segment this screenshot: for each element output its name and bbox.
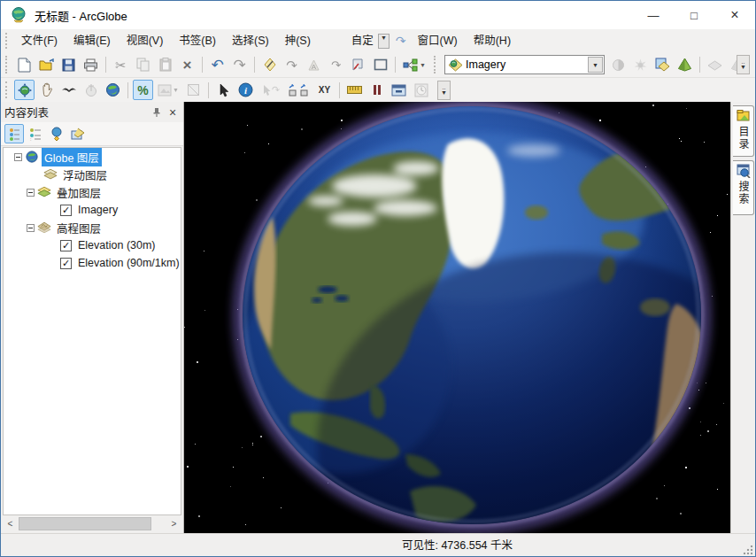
- navigate-tool-button[interactable]: [14, 80, 35, 100]
- scroll-left-arrow[interactable]: <: [3, 516, 18, 531]
- sketch-tool-button[interactable]: [259, 55, 280, 75]
- layer-label-draped[interactable]: 叠加图层: [54, 183, 104, 202]
- select-elements-button[interactable]: ↷: [258, 80, 284, 100]
- titlebar[interactable]: 无标题 - ArcGlobe — □ ×: [1, 1, 755, 29]
- view-settings-button[interactable]: ▼: [155, 80, 181, 100]
- full-extent-button[interactable]: [103, 80, 123, 100]
- layer-combobox-arrow[interactable]: ▼: [588, 57, 603, 73]
- layer-label-globe[interactable]: Globe 图层: [42, 148, 102, 166]
- base-heights-button[interactable]: [675, 55, 695, 75]
- navigation-toolbar-grip[interactable]: [5, 81, 10, 98]
- delete-button[interactable]: ×: [177, 55, 197, 75]
- minimize-button[interactable]: —: [633, 1, 674, 29]
- standard-toolbar-grip[interactable]: [5, 56, 10, 73]
- xy-icon: XY: [319, 85, 330, 95]
- cut-button[interactable]: ✂: [111, 55, 131, 75]
- walkthrough-button[interactable]: [348, 55, 368, 75]
- tree-row-elevation-30m[interactable]: ✓ Elevation (30m): [4, 236, 181, 254]
- layer-label-elevation-group[interactable]: 高程图层: [54, 219, 104, 237]
- animation-pause-button[interactable]: [366, 80, 387, 100]
- new-document-icon: [18, 58, 31, 73]
- catalog-tab[interactable]: 目录: [733, 105, 754, 157]
- globe-toolbar-grip[interactable]: [434, 56, 438, 73]
- imagery-checkbox[interactable]: ✓: [60, 205, 72, 216]
- swipe-layer-button[interactable]: [652, 55, 673, 75]
- list-by-selection-button[interactable]: [68, 124, 88, 143]
- flat-surface-button[interactable]: [705, 55, 725, 75]
- menu-file[interactable]: 文件(F): [13, 29, 66, 52]
- elevation-90m-checkbox[interactable]: ✓: [60, 258, 72, 269]
- tree-row-elevation-layers[interactable]: 高程图层: [4, 219, 181, 236]
- center-target-button[interactable]: [81, 80, 101, 100]
- scroll-right-arrow[interactable]: >: [166, 516, 181, 531]
- open-button[interactable]: [36, 55, 57, 75]
- menu-view[interactable]: 视图(V): [119, 29, 172, 52]
- label-tool-button[interactable]: A: [304, 55, 324, 75]
- globe-viewport[interactable]: [184, 102, 732, 533]
- menu-edit[interactable]: 编辑(E): [66, 29, 119, 52]
- nav-toolbar-overflow-button[interactable]: .. ▼: [437, 81, 451, 100]
- rotate-tool-button[interactable]: ↷: [282, 55, 302, 75]
- tree-row-globe-layers[interactable]: Globe 图层: [4, 148, 181, 166]
- contrast-button[interactable]: [608, 55, 629, 75]
- print-button[interactable]: [81, 55, 101, 75]
- new-document-button[interactable]: [14, 55, 35, 75]
- pan-tool-button[interactable]: [36, 80, 57, 100]
- menu-bookmarks[interactable]: 书签(B): [171, 29, 224, 52]
- select-features-button[interactable]: [213, 80, 234, 100]
- menu-customize[interactable]: 自定: [343, 29, 375, 52]
- layer-label-elevation-30m[interactable]: Elevation (30m): [75, 238, 158, 252]
- measure-button[interactable]: [344, 80, 365, 100]
- menu-window[interactable]: 窗口(W): [410, 29, 466, 52]
- elevation-30m-checkbox[interactable]: ✓: [60, 240, 72, 251]
- tree-row-floating-layers[interactable]: 浮动图层: [4, 166, 181, 183]
- menu-geoprocessing[interactable]: 抻(S): [277, 29, 319, 52]
- undo-button[interactable]: ↶: [207, 55, 228, 75]
- identify-button[interactable]: i: [235, 80, 256, 100]
- list-by-drawing-order-button[interactable]: [4, 124, 24, 143]
- rectangle-tool-button[interactable]: [370, 55, 390, 75]
- copy-button[interactable]: [133, 55, 153, 75]
- paste-button[interactable]: [155, 55, 175, 75]
- collapse-expander[interactable]: [27, 189, 35, 197]
- collapse-expander[interactable]: [27, 224, 35, 232]
- brightness-button[interactable]: [630, 55, 651, 75]
- menu-overflow-spinner[interactable]: ▼: [378, 34, 390, 49]
- layer-label-floating[interactable]: 浮动图层: [60, 166, 110, 184]
- tree-row-imagery[interactable]: ✓ Imagery: [4, 201, 181, 219]
- menubar-grip[interactable]: [5, 33, 10, 49]
- maximize-button[interactable]: □: [674, 1, 714, 29]
- arcglobe-app-icon: [10, 6, 27, 24]
- paste-clipboard-icon: [159, 58, 172, 72]
- pin-button[interactable]: [150, 105, 164, 120]
- zoom-to-target-button[interactable]: [286, 80, 312, 100]
- toc-close-button[interactable]: ×: [166, 105, 180, 120]
- nav-mode-button[interactable]: %: [133, 80, 153, 100]
- redo-button[interactable]: ↷: [229, 55, 250, 75]
- goto-xy-button[interactable]: XY: [314, 80, 335, 100]
- tree-row-draped-layers[interactable]: 叠加图层: [4, 183, 181, 201]
- time-slider-button[interactable]: [411, 80, 431, 100]
- viewer-window-button[interactable]: [389, 80, 409, 100]
- modelbuilder-dropdown-arrow[interactable]: ▼: [420, 62, 426, 68]
- search-tab[interactable]: 搜索: [733, 160, 754, 215]
- collapse-expander[interactable]: [14, 153, 22, 161]
- fly-tool-button[interactable]: [58, 80, 79, 100]
- scroll-thumb[interactable]: [19, 517, 151, 530]
- viewport-frame-button[interactable]: [183, 80, 204, 100]
- list-by-source-button[interactable]: :: [26, 124, 45, 143]
- layer-combobox[interactable]: Imagery ▼: [444, 55, 605, 74]
- modelbuilder-button[interactable]: ▼: [400, 55, 428, 75]
- resize-grip[interactable]: [742, 544, 753, 555]
- close-button[interactable]: ×: [714, 1, 755, 29]
- toolbar-overflow-button[interactable]: .. ▼: [737, 55, 750, 74]
- save-button[interactable]: [58, 55, 79, 75]
- layer-label-imagery[interactable]: Imagery: [75, 203, 120, 217]
- menu-help[interactable]: 帮助(H): [466, 29, 519, 52]
- toc-horizontal-scrollbar[interactable]: < >: [3, 516, 181, 531]
- list-by-visibility-button[interactable]: [47, 124, 66, 143]
- layer-label-elevation-90m[interactable]: Elevation (90m/1km): [75, 256, 181, 270]
- tree-row-elevation-90m[interactable]: ✓ Elevation (90m/1km): [4, 254, 181, 272]
- redo-secondary-button[interactable]: ↷: [326, 55, 346, 75]
- menu-selection[interactable]: 选择(S): [224, 29, 277, 52]
